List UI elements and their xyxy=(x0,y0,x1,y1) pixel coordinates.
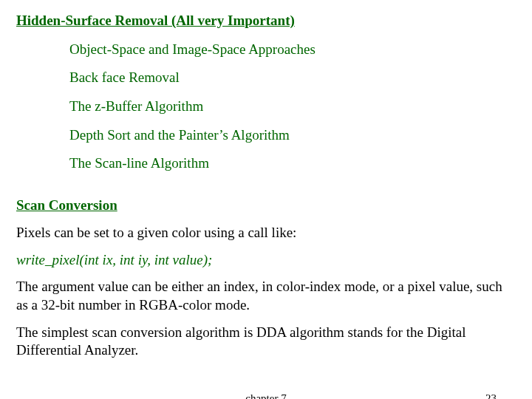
list-item: Depth Sort and the Painter’s Algorithm xyxy=(69,126,516,145)
section2-p3: The simplest scan conversion algorithm i… xyxy=(16,324,516,360)
list-item: Object-Space and Image-Space Approaches xyxy=(69,41,516,59)
section1-title: Hidden-Surface Removal (All very Importa… xyxy=(16,12,516,30)
list-item: The Scan-line Algorithm xyxy=(69,154,516,173)
list-item: Back face Removal xyxy=(69,69,516,87)
footer-chapter: chapter 7 xyxy=(245,392,286,399)
footer-page-number: 23 xyxy=(485,392,497,399)
section2-p1: Pixels can be set to a given color using… xyxy=(16,224,516,242)
section2-title: Scan Conversion xyxy=(16,197,516,215)
section2-code: write_pixel(int ix, int iy, int value); xyxy=(16,251,516,270)
section2-p2: The argument value can be either an inde… xyxy=(16,278,516,314)
list-item: The z-Buffer Algorithm xyxy=(69,98,516,116)
slide: Hidden-Surface Removal (All very Importa… xyxy=(0,0,532,399)
section1-list: Object-Space and Image-Space Approaches … xyxy=(69,41,516,173)
